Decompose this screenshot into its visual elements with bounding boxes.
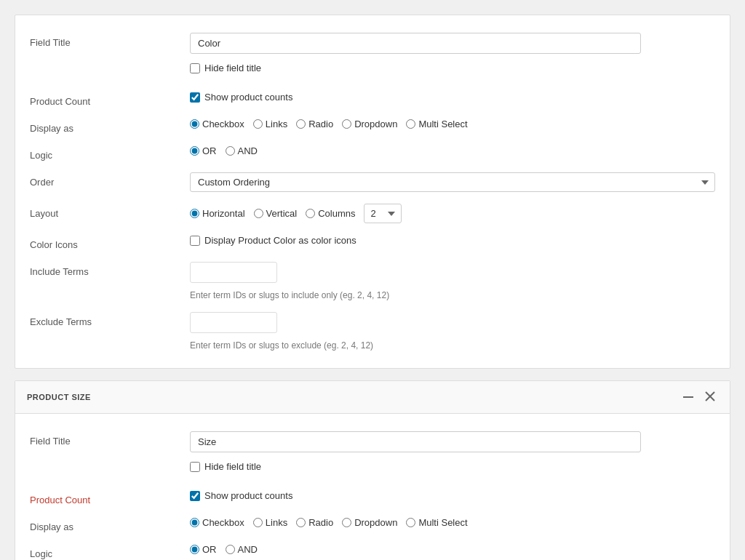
exclude-terms-controls: Enter term IDs or slugs to exclude (eg. … — [190, 312, 715, 351]
size-display-checkbox-option[interactable]: Checkbox — [190, 517, 244, 528]
layout-controls: Horizontal Vertical Columns 2 — [190, 204, 715, 223]
hide-field-title-row: Hide field title — [15, 60, 730, 86]
size-logic-and-label: AND — [238, 544, 258, 555]
layout-label: Layout — [30, 204, 190, 219]
display-as-label: Display as — [30, 119, 190, 134]
size-logic-or-radio[interactable] — [190, 545, 199, 554]
size-field-title-input[interactable] — [190, 431, 641, 452]
size-product-count-row: Product Count Show product counts — [15, 484, 730, 511]
size-show-product-counts-checkbox[interactable] — [190, 491, 200, 501]
size-display-multiselect-label: Multi Select — [418, 517, 467, 528]
size-display-multiselect-radio[interactable] — [406, 518, 415, 527]
display-checkbox-radio[interactable] — [190, 119, 199, 129]
include-terms-hint: Enter term IDs or slugs to include only … — [190, 290, 715, 300]
logic-and-radio[interactable] — [226, 146, 235, 156]
display-dropdown-label: Dropdown — [354, 119, 397, 129]
layout-columns-option[interactable]: Columns — [306, 208, 355, 219]
size-show-product-counts-text: Show product counts — [204, 490, 292, 501]
display-checkbox-option[interactable]: Checkbox — [190, 119, 244, 129]
logic-or-option[interactable]: OR — [190, 145, 217, 156]
size-field-title-row: Field Title — [15, 425, 730, 458]
field-title-input[interactable] — [190, 33, 641, 54]
size-hide-field-title-checkbox[interactable] — [190, 462, 200, 472]
layout-vertical-option[interactable]: Vertical — [254, 208, 298, 219]
layout-columns-radio[interactable] — [306, 209, 315, 218]
collapse-button[interactable] — [680, 391, 696, 404]
size-display-as-radio-group: Checkbox Links Radio Dropdown — [190, 517, 715, 528]
exclude-terms-label: Exclude Terms — [30, 312, 190, 327]
size-display-as-controls: Checkbox Links Radio Dropdown — [190, 517, 715, 528]
color-icons-checkbox[interactable] — [190, 236, 200, 246]
field-title-label: Field Title — [30, 33, 190, 48]
logic-label: Logic — [30, 145, 190, 161]
logic-and-option[interactable]: AND — [226, 145, 258, 156]
layout-horizontal-radio[interactable] — [190, 209, 199, 218]
order-controls: Custom Ordering Name ID Count Term Order — [190, 172, 715, 192]
size-logic-or-label: OR — [202, 544, 217, 555]
exclude-terms-hint: Enter term IDs or slugs to exclude (eg. … — [190, 340, 715, 351]
include-terms-controls: Enter term IDs or slugs to include only … — [190, 262, 715, 300]
size-hide-field-title-text: Hide field title — [204, 461, 261, 472]
size-hide-spacer — [30, 461, 190, 465]
size-display-checkbox-label: Checkbox — [202, 517, 244, 528]
logic-and-label: AND — [238, 145, 258, 156]
logic-or-radio[interactable] — [190, 146, 199, 156]
size-show-product-counts-label[interactable]: Show product counts — [190, 490, 715, 501]
show-product-counts-checkbox[interactable] — [190, 92, 200, 103]
display-checkbox-label: Checkbox — [202, 119, 244, 129]
size-display-radio-radio[interactable] — [296, 518, 306, 527]
product-size-section-body: Field Title Hide field title Product Cou… — [15, 414, 730, 560]
columns-select[interactable]: 2 3 4 — [364, 204, 402, 223]
size-display-dropdown-radio[interactable] — [342, 518, 351, 527]
logic-or-label: OR — [202, 145, 217, 156]
display-radio-label: Radio — [308, 119, 333, 129]
display-dropdown-radio[interactable] — [342, 119, 351, 129]
display-links-radio[interactable] — [253, 119, 263, 129]
hide-field-title-controls: Hide field title — [190, 63, 715, 73]
hide-field-title-checkbox[interactable] — [190, 63, 200, 73]
show-product-counts-label[interactable]: Show product counts — [190, 92, 715, 103]
size-logic-or-option[interactable]: OR — [190, 544, 217, 555]
size-display-links-option[interactable]: Links — [253, 517, 287, 528]
display-as-controls: Checkbox Links Radio Dropdown — [190, 119, 715, 129]
layout-horizontal-option[interactable]: Horizontal — [190, 208, 245, 219]
include-terms-input[interactable] — [190, 262, 277, 283]
size-display-radio-option[interactable]: Radio — [296, 517, 333, 528]
color-icons-label: Color Icons — [30, 235, 190, 250]
size-logic-label: Logic — [30, 544, 190, 559]
color-icons-row: Color Icons Display Product Color as col… — [15, 229, 730, 256]
layout-vertical-radio[interactable] — [254, 209, 263, 218]
size-logic-and-option[interactable]: AND — [226, 544, 258, 555]
size-product-count-label: Product Count — [30, 490, 190, 505]
size-hide-field-title-label[interactable]: Hide field title — [190, 461, 715, 472]
color-icons-text: Display Product Color as color icons — [204, 235, 356, 246]
color-icons-checkbox-label[interactable]: Display Product Color as color icons — [190, 235, 715, 246]
size-display-as-row: Display as Checkbox Links Ra — [15, 511, 730, 538]
size-display-multiselect-option[interactable]: Multi Select — [406, 517, 467, 528]
product-count-label: Product Count — [30, 92, 190, 107]
exclude-terms-input[interactable] — [190, 312, 277, 333]
include-terms-label: Include Terms — [30, 262, 190, 277]
svg-rect-0 — [683, 396, 693, 398]
order-row: Order Custom Ordering Name ID Count Term… — [15, 167, 730, 198]
size-hide-field-title-controls: Hide field title — [190, 461, 715, 472]
order-select[interactable]: Custom Ordering Name ID Count Term Order — [190, 172, 715, 192]
display-as-row: Display as Checkbox Links Ra — [15, 113, 730, 140]
remove-button[interactable] — [702, 390, 718, 404]
hide-field-title-checkbox-label[interactable]: Hide field title — [190, 63, 715, 73]
size-display-links-radio[interactable] — [253, 518, 263, 527]
field-title-row: Field Title — [15, 27, 730, 60]
display-radio-radio[interactable] — [296, 119, 306, 129]
display-links-option[interactable]: Links — [253, 119, 287, 129]
display-multiselect-radio[interactable] — [406, 119, 415, 129]
display-radio-option[interactable]: Radio — [296, 119, 333, 129]
display-dropdown-option[interactable]: Dropdown — [342, 119, 397, 129]
hide-field-title-spacer — [30, 63, 190, 67]
size-display-dropdown-option[interactable]: Dropdown — [342, 517, 397, 528]
color-section-body: Field Title Hide field title Product Cou… — [15, 15, 730, 368]
size-display-checkbox-radio[interactable] — [190, 518, 199, 527]
logic-radio-group: OR AND — [190, 145, 715, 156]
show-product-counts-text: Show product counts — [204, 92, 292, 103]
display-multiselect-option[interactable]: Multi Select — [406, 119, 467, 129]
size-logic-and-radio[interactable] — [226, 545, 235, 554]
